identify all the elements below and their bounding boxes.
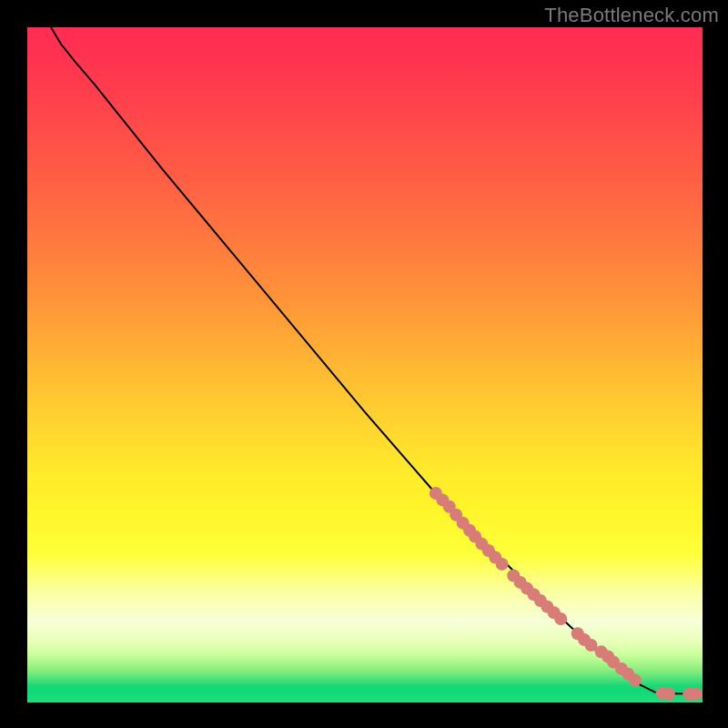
frame-left (0, 0, 27, 728)
data-point-marker (662, 687, 675, 700)
chart-container: TheBottleneck.com (0, 0, 728, 728)
attribution-text: TheBottleneck.com (544, 4, 719, 27)
frame-right (703, 0, 728, 728)
frame-bottom (0, 703, 728, 728)
bottleneck-curve (51, 27, 696, 693)
data-point-marker (496, 558, 509, 571)
data-point-marker (629, 674, 642, 687)
data-point-marker (554, 612, 567, 625)
chart-svg (27, 27, 703, 703)
curve-markers (430, 487, 703, 700)
curve-line (51, 27, 696, 693)
data-point-marker (690, 687, 703, 700)
